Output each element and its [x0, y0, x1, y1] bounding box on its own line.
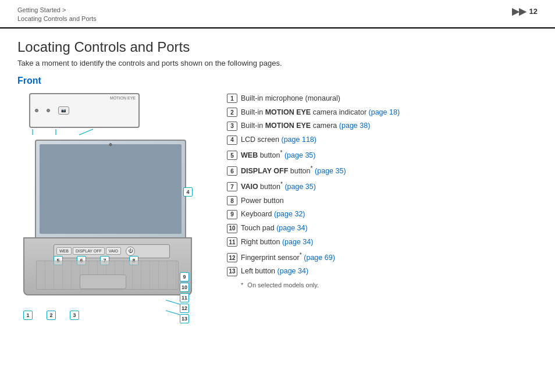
power-icon: ⏻ — [128, 248, 133, 254]
item-badge-2: 2 — [227, 108, 237, 117]
badge-1: 1 — [23, 311, 33, 320]
item-text-1: Built-in microphone (monaural) — [241, 93, 340, 104]
link-page34-left[interactable]: (page 34) — [278, 267, 309, 275]
item-badge-10: 10 — [227, 224, 237, 233]
badge-12: 12 — [180, 304, 189, 313]
link-page38[interactable]: (page 38) — [339, 122, 371, 130]
item-text-6: DISPLAY OFF button* (page 35) — [241, 164, 346, 177]
item-text-12: Fingerprint sensor* (page 69) — [241, 251, 335, 263]
laptop-illustration: 📷 MOTION EYE 1 2 3 — [17, 93, 215, 308]
item-text-3: Built-in MOTION EYE camera (page 38) — [241, 120, 370, 131]
badge-2: 2 — [47, 311, 56, 320]
breadcrumb: Getting Started > Locating Controls and … — [17, 6, 97, 24]
list-item: 9 Keyboard (page 32) — [227, 209, 538, 220]
page-title: Locating Controls and Ports — [17, 39, 538, 55]
items-list: 1 Built-in microphone (monaural) 2 Built… — [227, 93, 538, 277]
items-list-col: 1 Built-in microphone (monaural) 2 Built… — [227, 93, 538, 288]
item-text-11: Right button (page 34) — [241, 237, 313, 248]
list-item: 2 Built-in MOTION EYE camera indicator (… — [227, 107, 538, 118]
list-item: 5 WEB button* (page 35) — [227, 148, 538, 161]
link-page34-touch[interactable]: (page 34) — [276, 224, 308, 232]
vaio-button[interactable]: VAIO — [106, 247, 121, 255]
badge-4: 4 — [183, 187, 193, 197]
page-arrow: ▶▶ — [512, 6, 526, 17]
footnote: * On selected models only. — [227, 281, 538, 288]
list-item: 10 Touch pad (page 34) — [227, 223, 538, 234]
link-page34-right[interactable]: (page 34) — [282, 238, 314, 246]
badge-3: 3 — [70, 311, 79, 320]
link-page69[interactable]: (page 69) — [304, 254, 335, 262]
page-header: Getting Started > Locating Controls and … — [0, 0, 555, 28]
item-badge-4: 4 — [227, 136, 237, 145]
list-item: 12 Fingerprint sensor* (page 69) — [227, 251, 538, 263]
subtitle: Take a moment to identify the controls a… — [17, 59, 538, 67]
item-badge-5: 5 — [227, 151, 237, 160]
item-badge-11: 11 — [227, 237, 237, 247]
item-text-8: Power button — [241, 195, 284, 206]
webcam-icons: 📷 — [35, 106, 134, 115]
item-badge-7: 7 — [227, 182, 237, 191]
motion-eye-camera: 📷 — [58, 106, 69, 115]
page-number: ▶▶ 12 — [512, 6, 538, 17]
display-off-button[interactable]: DISPLAY OFF — [73, 247, 105, 255]
link-page35-display[interactable]: (page 35) — [315, 167, 346, 175]
laptop-base: WEB DISPLAY OFF VAIO ⏻ 5 6 7 8 — [23, 237, 192, 295]
item-text-7: VAIO button* (page 35) — [241, 180, 316, 193]
link-page35-web[interactable]: (page 35) — [284, 151, 316, 159]
page-num-value: 12 — [529, 7, 538, 16]
list-item: 7 VAIO button* (page 35) — [227, 180, 538, 193]
laptop-area: 📷 MOTION EYE 1 2 3 — [17, 93, 209, 308]
section-front-title: Front — [17, 76, 538, 86]
motion-eye-label: MOTION EYE — [110, 96, 136, 100]
badge-11: 11 — [180, 293, 189, 302]
button-row: WEB DISPLAY OFF VAIO ⏻ — [54, 244, 170, 258]
link-page118[interactable]: (page 118) — [281, 136, 316, 144]
list-item: 6 DISPLAY OFF button* (page 35) — [227, 164, 538, 177]
svg-line-10 — [166, 300, 180, 304]
item-badge-1: 1 — [227, 94, 237, 103]
item-text-4: LCD screen (page 118) — [241, 134, 316, 145]
item-text-13: Left button (page 34) — [241, 266, 308, 277]
link-page35-vaio[interactable]: (page 35) — [284, 183, 316, 191]
item-badge-13: 13 — [227, 267, 237, 276]
svg-line-2 — [79, 129, 93, 135]
svg-line-11 — [166, 311, 180, 315]
item-badge-9: 9 — [227, 210, 237, 219]
item-text-2: Built-in MOTION EYE camera indicator (pa… — [241, 107, 400, 118]
laptop-screen-inner — [40, 144, 182, 234]
indicator-dot — [47, 109, 50, 112]
badge-10: 10 — [180, 283, 189, 292]
list-item: 3 Built-in MOTION EYE camera (page 38) — [227, 120, 538, 131]
power-button[interactable]: ⏻ — [126, 247, 135, 256]
footnote-text: On selected models only. — [247, 281, 319, 288]
list-item: 13 Left button (page 34) — [227, 266, 538, 277]
item-badge-3: 3 — [227, 122, 237, 131]
web-button[interactable]: WEB — [56, 247, 72, 255]
item-text-9: Keyboard (page 32) — [241, 209, 305, 220]
item-text-5: WEB button* (page 35) — [241, 148, 315, 161]
list-item: 4 LCD screen (page 118) — [227, 134, 538, 145]
list-item: 1 Built-in microphone (monaural) — [227, 93, 538, 104]
mic-dot — [35, 109, 38, 112]
item-badge-8: 8 — [227, 196, 237, 205]
link-page18[interactable]: (page 18) — [369, 108, 400, 116]
link-page32[interactable]: (page 32) — [274, 210, 305, 218]
list-item: 11 Right button (page 34) — [227, 237, 538, 248]
two-col-layout: 📷 MOTION EYE 1 2 3 — [17, 93, 538, 308]
webcam-bar: 📷 MOTION EYE — [29, 93, 140, 128]
item-text-10: Touch pad (page 34) — [241, 223, 308, 234]
laptop-screen — [35, 140, 186, 238]
item-badge-12: 12 — [227, 253, 237, 262]
list-item: 8 Power button — [227, 195, 538, 206]
main-content: Locating Controls and Ports Take a momen… — [0, 28, 555, 314]
badge-9: 9 — [180, 272, 189, 281]
item-badge-6: 6 — [227, 166, 237, 176]
badge-13: 13 — [180, 314, 189, 323]
touchpad — [80, 275, 126, 289]
laptop-body: 4 WEB DISPLAY OFF VAIO ⏻ — [17, 140, 198, 297]
